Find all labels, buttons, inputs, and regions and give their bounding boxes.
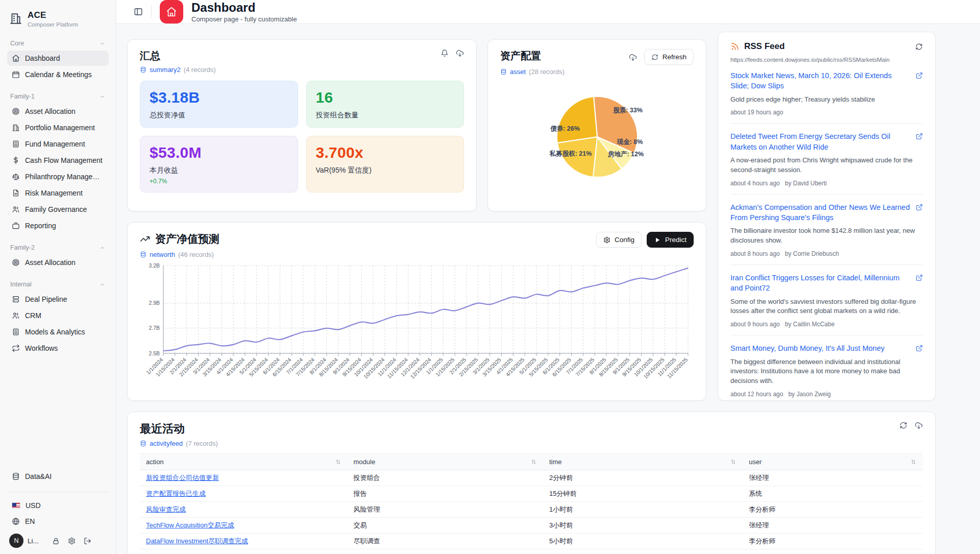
sidebar-item-family-governance[interactable]: Family Governance	[7, 202, 109, 217]
chevron-up-icon[interactable]	[99, 281, 106, 288]
sidebar-item-workflows[interactable]: Workflows	[7, 341, 109, 356]
cloud-download-icon[interactable]	[629, 53, 637, 61]
column-header-user[interactable]: user	[743, 454, 923, 470]
predict-button[interactable]: Predict	[647, 232, 694, 248]
sidebar-item-asset-allocation[interactable]: Asset Allocation	[7, 104, 109, 119]
chevron-up-icon[interactable]	[99, 40, 106, 47]
sidebar-footer: USD EN N Li...	[7, 492, 109, 548]
datasource-link[interactable]: networth	[150, 251, 175, 258]
settings-button[interactable]	[68, 537, 76, 545]
sidebar-item-data-ai[interactable]: Data&AI	[7, 469, 109, 484]
app-subtitle: Composer Platform	[28, 21, 78, 28]
avatar[interactable]: N	[9, 534, 23, 548]
svg-text:3.2B: 3.2B	[149, 262, 160, 269]
calendar-icon	[12, 70, 20, 79]
sidebar-item-fund-management[interactable]: Fund Management	[7, 136, 109, 152]
refresh-icon[interactable]	[899, 421, 908, 429]
action-link[interactable]: 资产配置报告已生成	[146, 490, 206, 497]
allocation-datasource: asset (28 records)	[500, 68, 694, 76]
sidebar-item-deal-pipeline[interactable]: Deal Pipeline	[7, 292, 109, 307]
stat-value: $3.18B	[150, 89, 288, 106]
forecast-title: 资产净值预测	[155, 232, 219, 246]
sidebar-item-crm[interactable]: CRM	[7, 308, 109, 323]
table-row: 新投资组合公司估值更新 投资组合 2分钟前 张经理	[140, 470, 923, 486]
external-link-icon[interactable]	[916, 204, 923, 211]
external-link-icon[interactable]	[916, 133, 923, 140]
column-header-time[interactable]: time	[543, 454, 743, 470]
cloud-download-icon[interactable]	[456, 49, 464, 57]
external-link-icon[interactable]	[916, 345, 923, 352]
sidebar-item-reporting[interactable]: Reporting	[7, 218, 109, 233]
sidebar-item-risk-management[interactable]: Risk Management	[7, 185, 109, 201]
sidebar-item-cash-flow-management[interactable]: Cash Flow Management	[7, 153, 109, 168]
datasource-link[interactable]: summary2	[150, 66, 181, 74]
user-name: Li...	[28, 537, 45, 545]
rss-item-link[interactable]: Iran Conflict Triggers Losses for Citade…	[730, 273, 911, 294]
rss-item-desc: Some of the world's savviest investors s…	[730, 297, 923, 317]
cloud-download-icon[interactable]	[915, 421, 923, 429]
app: ACE Composer Platform Core Dashboard Cal…	[0, 0, 980, 554]
logout-button[interactable]	[84, 537, 91, 545]
sidebar-item-calendar-meetings[interactable]: Calendar & Meetings	[7, 67, 109, 82]
action-link[interactable]: TechFlow Acquisition交易完成	[146, 521, 234, 529]
rss-item: Ackman's Compensation and Other News We …	[730, 195, 923, 265]
divider	[151, 6, 152, 18]
lock-button[interactable]	[52, 537, 60, 545]
sidebar-item-asset-allocation-2[interactable]: Asset Allocation	[7, 255, 109, 270]
sidebar-item-philanthropy-management[interactable]: Philanthropy Management	[7, 169, 109, 184]
sidebar-item-portfolio-management[interactable]: Portfolio Management	[7, 120, 109, 135]
sort-icon[interactable]	[530, 459, 537, 465]
sort-icon[interactable]	[910, 459, 917, 465]
action-link[interactable]: 新投资组合公司估值更新	[146, 474, 219, 481]
home-icon	[166, 6, 177, 17]
dollar-icon	[12, 156, 20, 164]
calculator-icon	[12, 328, 20, 336]
sidebar-item-models-analytics[interactable]: Models & Analytics	[7, 324, 109, 340]
action-link[interactable]: 风险审查完成	[146, 505, 186, 513]
rss-item-link[interactable]: Ackman's Compensation and Other News We …	[730, 202, 911, 223]
sort-icon[interactable]	[730, 459, 737, 465]
sort-icon[interactable]	[335, 459, 341, 465]
rss-title: RSS Feed	[744, 41, 785, 52]
target-icon	[12, 107, 20, 115]
chevron-up-icon[interactable]	[99, 93, 106, 100]
rss-item-desc: The billionaire investor took home $142.…	[730, 226, 923, 246]
target-icon	[12, 258, 20, 267]
datasource-link[interactable]: asset	[510, 68, 526, 76]
rss-item-link[interactable]: Deleted Tweet From Energy Secretary Send…	[730, 131, 911, 152]
sidebar-section-core: Core	[7, 40, 109, 47]
stat-tile-monthly-return: $53.0M 本月收益 +0.7%	[140, 136, 298, 192]
chevron-up-icon[interactable]	[99, 245, 106, 251]
action-link[interactable]: DataFlow Investment尽职调查完成	[146, 537, 248, 545]
building-icon	[12, 124, 20, 132]
page-title: Dashboard	[191, 1, 297, 15]
stat-label: VaR(95% 置信度)	[316, 166, 455, 175]
refresh-button[interactable]: Refresh	[644, 49, 694, 65]
activity-datasource: activityfeed (7 records)	[140, 440, 923, 447]
activity-table: action module time user 新投资组合公司估值更新 投资组合…	[140, 453, 923, 549]
config-button[interactable]: Config	[596, 232, 642, 248]
rss-item-link[interactable]: Stock Market News, March 10, 2026: Oil E…	[730, 70, 911, 91]
summary-datasource: summary2 (4 records)	[140, 66, 464, 74]
column-header-module[interactable]: module	[348, 454, 544, 470]
language-selector[interactable]: EN	[7, 514, 109, 529]
sidebar-item-dashboard[interactable]: Dashboard	[7, 51, 109, 66]
sidebar-toggle-button[interactable]	[134, 7, 143, 16]
bell-icon[interactable]	[440, 49, 449, 57]
datasource-link[interactable]: activityfeed	[150, 440, 183, 447]
forecast-datasource: networth (46 records)	[140, 251, 694, 258]
rss-item-meta: about 8 hours agoby Corrie Driebusch	[730, 250, 923, 257]
svg-text:2.5B: 2.5B	[149, 350, 160, 356]
svg-text:2.9B: 2.9B	[149, 300, 160, 306]
external-link-icon[interactable]	[916, 274, 923, 281]
refresh-icon[interactable]	[915, 43, 923, 51]
rss-icon	[730, 42, 740, 51]
table-row: 风险审查完成 风险管理 1小时前 李分析师	[140, 502, 923, 518]
stat-value: 3.700x	[316, 144, 455, 161]
external-link-icon[interactable]	[916, 72, 923, 79]
forecast-card: 资产净值预测 Config Predict	[127, 222, 706, 401]
rss-item-link[interactable]: Smart Money, Dumb Money, It's All Just M…	[730, 343, 911, 353]
rss-item-meta: about 12 hours agoby Jason Zweig	[730, 391, 923, 398]
column-header-action[interactable]: action	[140, 454, 348, 470]
currency-selector[interactable]: USD	[7, 498, 109, 513]
